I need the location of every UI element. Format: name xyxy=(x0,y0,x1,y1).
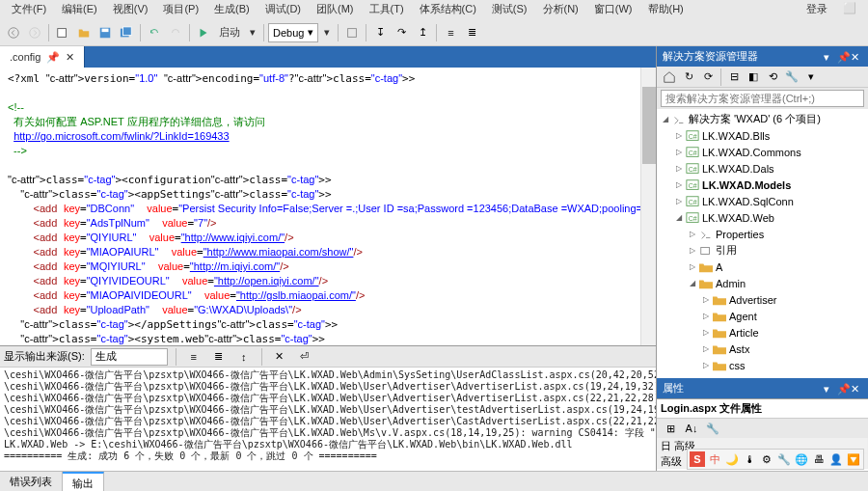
panel-pin-icon[interactable]: 📌 xyxy=(837,51,849,63)
tray-icon[interactable]: S xyxy=(690,451,705,467)
open-file-icon[interactable] xyxy=(74,23,94,42)
toolbar-button-icon[interactable] xyxy=(342,23,362,42)
toolbar-icon[interactable]: ↻ xyxy=(680,68,697,86)
tree-expander-icon[interactable]: ◢ xyxy=(688,279,697,288)
close-icon[interactable]: ✕ xyxy=(66,51,74,64)
save-all-icon[interactable] xyxy=(117,23,136,42)
props-icon[interactable]: 🔧 xyxy=(703,419,722,438)
tree-item[interactable]: ◢解决方案 'WXAD' (6 个项目) xyxy=(657,111,868,127)
panel-close-icon[interactable]: ✕ xyxy=(851,383,862,395)
panel-dropdown-icon[interactable]: ▾ xyxy=(824,51,835,63)
menu-item[interactable]: 体系结构(C) xyxy=(412,0,484,19)
sign-in-link[interactable]: 登录 xyxy=(799,0,835,19)
panel-dropdown-icon[interactable]: ▾ xyxy=(824,383,835,395)
tree-item[interactable]: ▷C#LK.WXAD.Blls xyxy=(657,127,868,144)
config-dropdown[interactable]: Debug ▾ xyxy=(268,23,318,42)
tree-expander-icon[interactable]: ▷ xyxy=(674,197,684,206)
menu-item[interactable]: 调试(D) xyxy=(258,0,309,19)
tree-item[interactable]: ▷Advertiser xyxy=(657,291,868,308)
tree-item[interactable]: ▷Article xyxy=(657,324,868,341)
tree-item[interactable]: ▷C#LK.WXAD.SqlConn xyxy=(657,193,868,209)
menu-item[interactable]: 帮助(H) xyxy=(640,0,692,19)
toolbar-icon[interactable]: ▾ xyxy=(802,68,820,86)
output-toolbar-icon[interactable]: ≣ xyxy=(209,347,229,367)
step-icon[interactable]: ↧ xyxy=(370,23,390,42)
editor-tab[interactable]: .config 📌 ✕ xyxy=(0,46,85,68)
collapse-icon[interactable]: ⊟ xyxy=(725,68,743,86)
menu-item[interactable]: 文件(F) xyxy=(4,0,54,19)
menu-item[interactable]: 团队(M) xyxy=(309,0,362,19)
tree-expander-icon[interactable]: ◢ xyxy=(661,115,670,124)
menu-item[interactable]: 测试(S) xyxy=(484,0,535,19)
code-editor[interactable]: <?xml "c-attr">version="1.0" "c-attr">en… xyxy=(0,68,656,345)
tree-item[interactable]: ▷C#LK.WXAD.Models xyxy=(657,177,868,193)
tree-item[interactable]: ▷引用 xyxy=(657,242,868,259)
tree-item[interactable]: ▷C#LK.WXAD.Dals xyxy=(657,160,868,177)
tree-item[interactable]: ▷A xyxy=(657,259,868,275)
tree-expander-icon[interactable]: ▷ xyxy=(674,164,684,174)
panel-pin-icon[interactable]: 📌 xyxy=(837,383,849,395)
solution-search-input[interactable] xyxy=(661,90,864,107)
tree-expander-icon[interactable]: ▷ xyxy=(701,361,711,370)
save-icon[interactable] xyxy=(95,23,115,42)
tree-item[interactable]: ▷Astx xyxy=(657,341,868,357)
step-out-icon[interactable]: ↥ xyxy=(413,23,432,42)
tree-item[interactable]: ▷C#LK.WXAD.Commons xyxy=(657,144,868,160)
tray-icon[interactable]: ⚙ xyxy=(759,451,774,467)
categorize-icon[interactable]: ⊞ xyxy=(661,419,680,438)
output-toolbar-icon[interactable]: ≡ xyxy=(184,347,203,367)
menu-item[interactable]: 项目(P) xyxy=(155,0,206,19)
menu-item[interactable]: 编辑(E) xyxy=(54,0,105,19)
show-all-icon[interactable]: ◧ xyxy=(745,68,762,86)
tray-icon[interactable]: 🌙 xyxy=(724,451,740,467)
panel-close-icon[interactable]: ✕ xyxy=(851,51,862,63)
tray-icon[interactable]: 🔧 xyxy=(776,451,792,467)
tree-item[interactable]: ▷Agent xyxy=(657,308,868,324)
redo-icon[interactable] xyxy=(166,23,185,42)
output-clear-icon[interactable]: ✕ xyxy=(270,347,289,367)
window-control-icon[interactable]: ⬜ xyxy=(835,0,864,19)
tree-expander-icon[interactable]: ▷ xyxy=(701,344,711,354)
output-source-select[interactable]: 生成 xyxy=(91,348,168,366)
bottom-tab-output[interactable]: 输出 xyxy=(63,472,104,491)
properties-icon[interactable]: 🔧 xyxy=(783,68,800,86)
tray-icon[interactable]: 🌡 xyxy=(742,451,757,467)
tree-expander-icon[interactable]: ▷ xyxy=(701,295,711,305)
start-label[interactable]: 启动 xyxy=(215,25,244,40)
alpha-sort-icon[interactable]: A↓ xyxy=(682,419,701,438)
tray-icon[interactable]: 👤 xyxy=(828,451,844,467)
scrollbar-thumb[interactable] xyxy=(642,87,656,164)
tray-icon[interactable]: 🖶 xyxy=(811,451,827,467)
nav-forward-icon[interactable] xyxy=(25,23,44,42)
nav-back-icon[interactable] xyxy=(4,23,23,42)
tree-item[interactable]: ▷css xyxy=(657,357,868,373)
dropdown-chevron-icon[interactable]: ▾ xyxy=(246,26,259,39)
tree-item[interactable]: ◢Admin xyxy=(657,275,868,291)
output-toolbar-icon[interactable]: ↕ xyxy=(234,347,254,367)
menu-item[interactable]: 工具(T) xyxy=(362,0,412,19)
start-debug-icon[interactable] xyxy=(194,23,213,42)
output-wrap-icon[interactable]: ⏎ xyxy=(295,347,314,367)
tree-expander-icon[interactable]: ▷ xyxy=(688,262,697,272)
tray-icon[interactable]: 中 xyxy=(707,451,722,467)
tree-item[interactable]: ◢C#LK.WXAD.Web xyxy=(657,209,868,226)
menu-item[interactable]: 分析(N) xyxy=(535,0,586,19)
step-over-icon[interactable]: ↷ xyxy=(392,23,411,42)
tree-expander-icon[interactable]: ▷ xyxy=(701,312,711,321)
pin-icon[interactable]: 📌 xyxy=(46,51,60,64)
editor-scrollbar-vertical[interactable] xyxy=(640,68,656,345)
tree-expander-icon[interactable]: ▷ xyxy=(688,246,697,256)
home-icon[interactable] xyxy=(661,68,678,86)
tree-expander-icon[interactable]: ▷ xyxy=(701,328,711,338)
toolbar-icon[interactable]: ⟳ xyxy=(699,68,717,86)
tray-icon[interactable]: 🌐 xyxy=(794,451,809,467)
output-text[interactable]: \ceshi\WXO466-微信广告平台\pzsxtp\WXO466-微信广告平… xyxy=(0,368,656,471)
tree-expander-icon[interactable]: ▷ xyxy=(688,230,697,239)
refresh-icon[interactable]: ⟲ xyxy=(764,68,781,86)
tree-expander-icon[interactable]: ◢ xyxy=(674,213,684,223)
comment-icon[interactable]: ≡ xyxy=(441,23,460,42)
menu-item[interactable]: 窗口(W) xyxy=(586,0,640,19)
undo-icon[interactable] xyxy=(145,23,164,42)
dropdown-chevron-icon[interactable]: ▾ xyxy=(320,26,334,39)
tray-icon[interactable]: 🔽 xyxy=(846,451,861,467)
